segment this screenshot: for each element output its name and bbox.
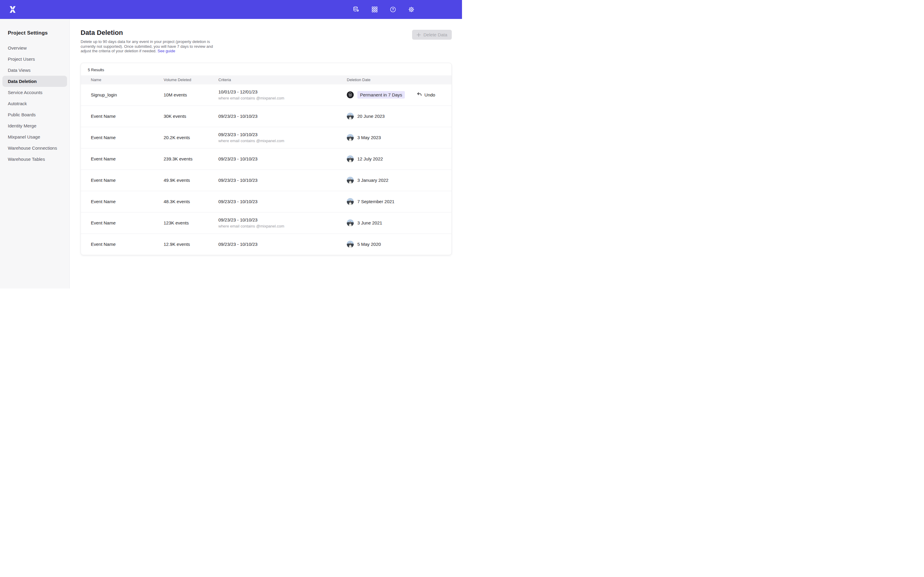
criteria-range: 09/23/23 - 10/10/23 [218,132,347,137]
volume-cell: 239.3K events [164,156,218,161]
criteria-range: 09/23/23 - 10/10/23 [218,114,347,119]
name-cell: Event Name [91,199,164,204]
criteria-cell: 09/23/23 - 10/10/23 [218,242,347,247]
name-cell: Event Name [91,242,164,247]
user-avatar [347,155,354,162]
user-avatar [347,219,354,226]
sidebar-title: Project Settings [8,30,69,36]
deletion-date-cell: 12 July 2022 [347,155,451,162]
user-avatar [347,91,354,98]
results-count: 5 Results [81,63,451,76]
sidebar-item-identity-merge[interactable]: Identity Merge [2,120,67,131]
sidebar-item-data-views[interactable]: Data Views [2,64,67,76]
sidebar: Project Settings OverviewProject UsersDa… [0,19,70,288]
table-row: Event Name123K events09/23/23 - 10/10/23… [81,213,451,234]
user-avatar [347,134,354,141]
sidebar-item-autotrack[interactable]: Autotrack [2,98,67,109]
sidebar-item-project-users[interactable]: Project Users [2,53,67,64]
settings-gear-icon[interactable] [407,6,415,13]
table-row: Event Name20.2K events09/23/23 - 10/10/2… [81,127,451,148]
criteria-range: 09/23/23 - 10/10/23 [218,156,347,161]
mixpanel-logo-icon[interactable] [8,5,17,14]
page-header: Data Deletion Delete up to 90 days data … [81,29,452,53]
name-cell: Signup_login [91,92,164,97]
data-management-icon[interactable] [352,6,360,13]
sidebar-item-warehouse-connections[interactable]: Warehouse Connections [2,142,67,153]
column-header-deletion-date: Deletion Date [347,77,451,82]
deletion-date: 3 June 2021 [357,220,382,226]
criteria-cell: 09/23/23 - 10/10/23where email contains … [218,217,347,228]
criteria-sub: where email contains @mixpanel.com [218,224,347,228]
svg-text:?: ? [392,8,394,11]
user-avatar [347,241,354,248]
criteria-cell: 09/23/23 - 10/10/23where email contains … [218,132,347,143]
delete-data-button-label: Delete Data [423,32,447,37]
apps-grid-icon[interactable] [371,6,378,13]
volume-cell: 10M events [164,92,218,97]
topbar: ? [0,0,462,19]
deletion-date: 5 May 2020 [357,242,381,247]
criteria-range: 09/23/23 - 10/10/23 [218,177,347,183]
criteria-cell: 09/23/23 - 10/10/23 [218,156,347,161]
user-avatar [347,198,354,205]
undo-button[interactable]: Undo [417,92,435,98]
table-row: Event Name239.3K events09/23/23 - 10/10/… [81,148,451,170]
name-cell: Event Name [91,220,164,226]
sidebar-item-public-boards[interactable]: Public Boards [2,109,67,120]
column-header-volume-deleted: Volume Deleted [164,77,218,82]
undo-label: Undo [425,92,435,97]
sidebar-item-data-deletion[interactable]: Data Deletion [2,76,67,87]
user-avatar [347,177,354,184]
help-icon[interactable]: ? [389,6,396,13]
table-row: Event Name48.3K events09/23/23 - 10/10/2… [81,191,451,213]
volume-cell: 49.9K events [164,177,218,183]
name-cell: Event Name [91,156,164,161]
table-row: Event Name30K events09/23/23 - 10/10/232… [81,106,451,127]
page-description: Delete up to 90 days data for any event … [81,39,214,53]
page-description-text: Delete up to 90 days data for any event … [81,39,213,53]
deletion-date-cell: 3 May 2023 [347,134,451,141]
criteria-cell: 09/23/23 - 10/10/23 [218,199,347,204]
sidebar-item-overview[interactable]: Overview [2,42,67,53]
deletion-date: 3 January 2022 [357,177,388,183]
volume-cell: 48.3K events [164,199,218,204]
undo-icon [417,92,422,98]
criteria-range: 09/23/23 - 10/10/23 [218,217,347,222]
volume-cell: 30K events [164,114,218,119]
criteria-cell: 09/23/23 - 10/10/23 [218,114,347,119]
deletion-date-cell: 3 June 2021 [347,219,451,226]
deletion-date-cell: 7 September 2021 [347,198,451,205]
main-content: Data Deletion Delete up to 90 days data … [70,19,462,288]
table-header-row: NameVolume DeletedCriteriaDeletion Date [81,76,451,84]
results-card: 5 Results NameVolume DeletedCriteriaDele… [81,63,452,255]
status-badge: Permanent in 7 Days [357,91,405,98]
name-cell: Event Name [91,177,164,183]
volume-cell: 12.9K events [164,242,218,247]
deletion-date-cell: 3 January 2022 [347,177,451,184]
column-header-criteria: Criteria [218,77,347,82]
deletion-date: 20 June 2023 [357,114,385,119]
sidebar-item-service-accounts[interactable]: Service Accounts [2,87,67,98]
column-header-name: Name [91,77,164,82]
name-cell: Event Name [91,114,164,119]
topbar-icons: ? [352,6,415,13]
deletion-date: 7 September 2021 [357,199,394,204]
sidebar-nav: OverviewProject UsersData ViewsData Dele… [0,42,69,165]
table-row: Event Name49.9K events09/23/23 - 10/10/2… [81,170,451,191]
sidebar-item-mixpanel-usage[interactable]: Mixpanel Usage [2,131,67,142]
criteria-range: 09/23/23 - 10/10/23 [218,199,347,204]
criteria-range: 10/01/23 - 12/01/23 [218,89,347,94]
volume-cell: 123K events [164,220,218,226]
page-title: Data Deletion [81,29,214,37]
deletion-date-cell: Permanent in 7 DaysUndo [347,91,451,98]
criteria-range: 09/23/23 - 10/10/23 [218,242,347,247]
sidebar-item-warehouse-tables[interactable]: Warehouse Tables [2,153,67,165]
deletion-date: 3 May 2023 [357,135,381,140]
user-avatar [347,113,354,119]
criteria-cell: 10/01/23 - 12/01/23where email contains … [218,89,347,100]
table-row: Event Name12.9K events09/23/23 - 10/10/2… [81,234,451,255]
delete-data-button[interactable]: Delete Data [412,30,452,40]
criteria-cell: 09/23/23 - 10/10/23 [218,177,347,183]
deletion-date-cell: 5 May 2020 [347,241,451,248]
see-guide-link[interactable]: See guide [158,49,175,53]
